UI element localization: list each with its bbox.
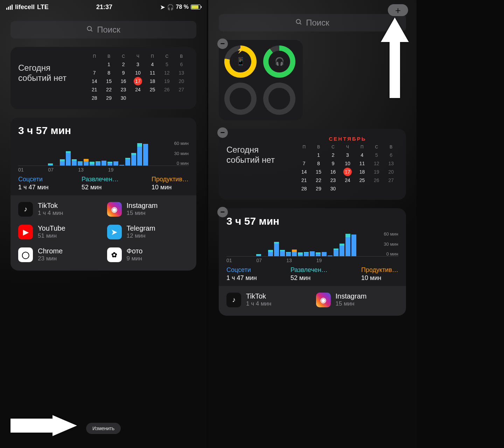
- screentime-total: 3 ч 57 мин: [18, 125, 189, 136]
- app-row-tiktok[interactable]: ♪TikTok1 ч 4 мин: [18, 202, 100, 217]
- tiktok-icon: ♪: [226, 293, 241, 307]
- svg-marker-2: [10, 415, 77, 436]
- remove-widget-button[interactable]: −: [217, 207, 228, 217]
- app-row-instagram[interactable]: ◉Instagram15 мин: [107, 202, 189, 217]
- calendar-grid-left: ПВСЧПСВ123456789101112131415161718192021…: [87, 54, 189, 102]
- clock: 21:37: [49, 4, 160, 11]
- phone-right: ＋ Поиск − 📱⚡🎧 − Сегодня событий нет СЕНТ…: [208, 0, 416, 448]
- edit-button[interactable]: Изменить: [86, 423, 121, 434]
- calendar-widget[interactable]: Сегодня событий нет ПВСЧПСВ1234567891011…: [10, 47, 196, 109]
- phone-left: lifecell LTE 21:37 ➤ 🎧 78 % ⚡ Поиск Сего…: [0, 0, 207, 448]
- remove-widget-button[interactable]: −: [217, 127, 228, 138]
- tiktok-icon: ♪: [18, 202, 33, 217]
- add-widget-button[interactable]: ＋: [388, 4, 408, 16]
- search-field[interactable]: Поиск: [219, 14, 406, 31]
- category-row: Соцсети1 ч 47 мин Развлечен…52 мин Проду…: [226, 266, 398, 282]
- calendar-widget[interactable]: − Сегодня событий нет СЕНТЯБРЬ ПВСЧПСВ12…: [219, 129, 406, 200]
- search-field[interactable]: Поиск: [10, 21, 196, 38]
- battery-icon: ⚡: [191, 5, 201, 9]
- signal-icon: [6, 5, 13, 10]
- screentime-widget[interactable]: − 3 ч 57 мин 60 мин 30 мин 0 мин 01 07 1…: [219, 208, 406, 316]
- remove-widget-button[interactable]: −: [217, 38, 228, 49]
- app-row-tiktok[interactable]: ♪TikTok1 ч 4 мин: [226, 292, 309, 307]
- svg-point-0: [88, 27, 92, 31]
- instagram-icon: ◉: [316, 293, 331, 307]
- svg-point-3: [296, 20, 301, 24]
- battery-ring: [263, 83, 295, 115]
- screentime-total: 3 ч 57 мин: [226, 215, 398, 227]
- app-row-chrome[interactable]: ◯Chrome23 мин: [18, 247, 100, 262]
- search-placeholder: Поиск: [306, 18, 329, 28]
- status-bar: lifecell LTE 21:37 ➤ 🎧 78 % ⚡: [0, 0, 207, 14]
- app-list-left: ♪TikTok1 ч 4 мин◉Instagram15 мин▶YouTube…: [10, 195, 196, 271]
- chrome-icon: ◯: [18, 247, 33, 262]
- headphones-icon: 🎧: [167, 4, 174, 10]
- search-icon: [86, 25, 93, 35]
- фото-icon: ✿: [107, 247, 122, 262]
- no-events-label: Сегодня событий нет: [226, 136, 290, 165]
- battery-ring: [224, 83, 257, 115]
- category-row: Соцсети1 ч 47 мин Развлечен…52 мин Проду…: [18, 176, 189, 191]
- app-row-instagram[interactable]: ◉Instagram15 мин: [316, 292, 399, 307]
- screentime-chart: 60 мин 30 мин 0 мин 01 07 13 19: [226, 231, 398, 263]
- location-icon: ➤: [160, 4, 165, 10]
- svg-line-4: [300, 23, 301, 24]
- app-list-right: ♪TikTok1 ч 4 мин◉Instagram15 мин: [219, 286, 406, 316]
- arrow-to-edit: [10, 415, 77, 438]
- app-row-фото[interactable]: ✿Фото9 мин: [107, 247, 189, 262]
- search-placeholder: Поиск: [97, 25, 120, 35]
- chart-bars-left: [18, 141, 189, 166]
- svg-line-1: [91, 30, 92, 31]
- no-events-label: Сегодня событий нет: [18, 54, 81, 83]
- telegram-icon: ➤: [107, 225, 122, 239]
- instagram-icon: ◉: [107, 202, 122, 217]
- network-label: LTE: [37, 4, 49, 11]
- search-icon: [295, 18, 302, 28]
- youtube-icon: ▶: [18, 225, 33, 239]
- chart-bars-right: [226, 231, 398, 257]
- screentime-widget[interactable]: 3 ч 57 мин 60 мин 30 мин 0 мин 01 07 13 …: [10, 118, 196, 271]
- battery-ring: 📱⚡: [224, 46, 257, 78]
- svg-marker-5: [381, 18, 409, 98]
- battery-widget[interactable]: − 📱⚡🎧: [219, 40, 303, 120]
- battery-pct: 78 %: [176, 4, 189, 10]
- calendar-grid-right: СЕНТЯБРЬ ПВСЧПСВ123456789101112131415161…: [297, 136, 398, 193]
- app-row-telegram[interactable]: ➤Telegram12 мин: [107, 224, 189, 239]
- battery-ring: 🎧: [263, 46, 295, 78]
- screentime-chart: 60 мин 30 мин 0 мин 01 07 13 19: [18, 141, 189, 172]
- arrow-to-add: [381, 18, 409, 99]
- carrier-label: lifecell: [15, 4, 35, 11]
- app-row-youtube[interactable]: ▶YouTube51 мин: [18, 224, 100, 239]
